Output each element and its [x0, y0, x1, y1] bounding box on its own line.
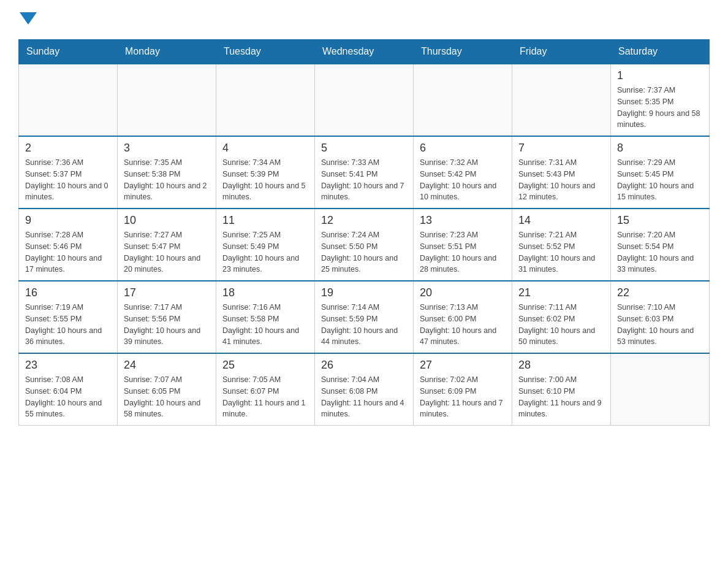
day-number: 7	[518, 142, 604, 155]
calendar-week-5: 23Sunrise: 7:08 AM Sunset: 6:04 PM Dayli…	[19, 353, 710, 426]
calendar-cell	[19, 64, 118, 136]
calendar-cell: 15Sunrise: 7:20 AM Sunset: 5:54 PM Dayli…	[611, 209, 710, 281]
calendar-cell: 27Sunrise: 7:02 AM Sunset: 6:09 PM Dayli…	[414, 353, 512, 426]
calendar-week-1: 1Sunrise: 7:37 AM Sunset: 5:35 PM Daylig…	[19, 64, 710, 136]
calendar-cell: 24Sunrise: 7:07 AM Sunset: 6:05 PM Dayli…	[118, 353, 216, 426]
day-info: Sunrise: 7:31 AM Sunset: 5:43 PM Dayligh…	[518, 157, 604, 203]
calendar-table: SundayMondayTuesdayWednesdayThursdayFrid…	[18, 39, 710, 426]
calendar-cell: 20Sunrise: 7:13 AM Sunset: 6:00 PM Dayli…	[414, 281, 512, 353]
calendar-cell	[315, 64, 414, 136]
day-info: Sunrise: 7:20 AM Sunset: 5:54 PM Dayligh…	[617, 229, 703, 275]
day-info: Sunrise: 7:00 AM Sunset: 6:10 PM Dayligh…	[518, 374, 604, 420]
calendar-cell: 17Sunrise: 7:17 AM Sunset: 5:56 PM Dayli…	[118, 281, 216, 353]
calendar-cell	[611, 353, 710, 426]
weekday-header-monday: Monday	[118, 40, 216, 64]
day-number: 8	[617, 142, 703, 155]
calendar-cell: 14Sunrise: 7:21 AM Sunset: 5:52 PM Dayli…	[512, 209, 611, 281]
calendar-cell: 5Sunrise: 7:33 AM Sunset: 5:41 PM Daylig…	[315, 136, 414, 209]
calendar-cell: 6Sunrise: 7:32 AM Sunset: 5:42 PM Daylig…	[414, 136, 512, 209]
day-number: 10	[124, 214, 210, 227]
calendar-cell: 1Sunrise: 7:37 AM Sunset: 5:35 PM Daylig…	[611, 64, 710, 136]
day-info: Sunrise: 7:21 AM Sunset: 5:52 PM Dayligh…	[518, 229, 604, 275]
weekday-header-wednesday: Wednesday	[315, 40, 414, 64]
calendar-cell: 9Sunrise: 7:28 AM Sunset: 5:46 PM Daylig…	[19, 209, 118, 281]
calendar-cell: 26Sunrise: 7:04 AM Sunset: 6:08 PM Dayli…	[315, 353, 414, 426]
day-info: Sunrise: 7:32 AM Sunset: 5:42 PM Dayligh…	[420, 157, 506, 203]
day-number: 2	[25, 142, 111, 155]
weekday-header-sunday: Sunday	[19, 40, 118, 64]
calendar-cell: 16Sunrise: 7:19 AM Sunset: 5:55 PM Dayli…	[19, 281, 118, 353]
day-number: 5	[321, 142, 407, 155]
day-number: 24	[124, 359, 210, 372]
calendar-cell: 13Sunrise: 7:23 AM Sunset: 5:51 PM Dayli…	[414, 209, 512, 281]
day-number: 18	[222, 286, 308, 299]
day-number: 19	[321, 286, 407, 299]
day-info: Sunrise: 7:11 AM Sunset: 6:02 PM Dayligh…	[518, 302, 604, 348]
day-number: 21	[518, 286, 604, 299]
day-number: 11	[222, 214, 308, 227]
day-info: Sunrise: 7:23 AM Sunset: 5:51 PM Dayligh…	[420, 229, 506, 275]
day-number: 26	[321, 359, 407, 372]
day-number: 6	[420, 142, 506, 155]
day-number: 13	[420, 214, 506, 227]
calendar-cell: 11Sunrise: 7:25 AM Sunset: 5:49 PM Dayli…	[216, 209, 315, 281]
calendar-cell: 21Sunrise: 7:11 AM Sunset: 6:02 PM Dayli…	[512, 281, 611, 353]
calendar-cell: 3Sunrise: 7:35 AM Sunset: 5:38 PM Daylig…	[118, 136, 216, 209]
calendar-header: SundayMondayTuesdayWednesdayThursdayFrid…	[19, 40, 710, 64]
day-number: 15	[617, 214, 703, 227]
calendar-cell: 4Sunrise: 7:34 AM Sunset: 5:39 PM Daylig…	[216, 136, 315, 209]
weekday-header-tuesday: Tuesday	[216, 40, 315, 64]
calendar-cell: 12Sunrise: 7:24 AM Sunset: 5:50 PM Dayli…	[315, 209, 414, 281]
day-info: Sunrise: 7:37 AM Sunset: 5:35 PM Dayligh…	[617, 85, 703, 131]
calendar-cell: 2Sunrise: 7:36 AM Sunset: 5:37 PM Daylig…	[19, 136, 118, 209]
day-info: Sunrise: 7:34 AM Sunset: 5:39 PM Dayligh…	[222, 157, 308, 203]
day-number: 1	[617, 69, 703, 82]
day-number: 20	[420, 286, 506, 299]
day-info: Sunrise: 7:17 AM Sunset: 5:56 PM Dayligh…	[124, 302, 210, 348]
calendar-cell: 18Sunrise: 7:16 AM Sunset: 5:58 PM Dayli…	[216, 281, 315, 353]
day-number: 16	[25, 286, 111, 299]
calendar-cell: 7Sunrise: 7:31 AM Sunset: 5:43 PM Daylig…	[512, 136, 611, 209]
day-info: Sunrise: 7:02 AM Sunset: 6:09 PM Dayligh…	[420, 374, 506, 420]
day-number: 22	[617, 286, 703, 299]
day-info: Sunrise: 7:07 AM Sunset: 6:05 PM Dayligh…	[124, 374, 210, 420]
day-number: 28	[518, 359, 604, 372]
day-info: Sunrise: 7:27 AM Sunset: 5:47 PM Dayligh…	[124, 229, 210, 275]
day-number: 14	[518, 214, 604, 227]
calendar-cell	[118, 64, 216, 136]
calendar-week-4: 16Sunrise: 7:19 AM Sunset: 5:55 PM Dayli…	[19, 281, 710, 353]
day-info: Sunrise: 7:28 AM Sunset: 5:46 PM Dayligh…	[25, 229, 111, 275]
day-info: Sunrise: 7:16 AM Sunset: 5:58 PM Dayligh…	[222, 302, 308, 348]
calendar-cell: 10Sunrise: 7:27 AM Sunset: 5:47 PM Dayli…	[118, 209, 216, 281]
calendar-cell: 28Sunrise: 7:00 AM Sunset: 6:10 PM Dayli…	[512, 353, 611, 426]
day-info: Sunrise: 7:19 AM Sunset: 5:55 PM Dayligh…	[25, 302, 111, 348]
page-header	[18, 12, 710, 27]
weekday-header-row: SundayMondayTuesdayWednesdayThursdayFrid…	[19, 40, 710, 64]
day-number: 4	[222, 142, 308, 155]
calendar-cell: 22Sunrise: 7:10 AM Sunset: 6:03 PM Dayli…	[611, 281, 710, 353]
day-number: 25	[222, 359, 308, 372]
calendar-cell: 25Sunrise: 7:05 AM Sunset: 6:07 PM Dayli…	[216, 353, 315, 426]
calendar-cell	[414, 64, 512, 136]
calendar-cell	[216, 64, 315, 136]
day-info: Sunrise: 7:13 AM Sunset: 6:00 PM Dayligh…	[420, 302, 506, 348]
day-info: Sunrise: 7:24 AM Sunset: 5:50 PM Dayligh…	[321, 229, 407, 275]
logo-triangle-icon	[20, 12, 37, 25]
day-info: Sunrise: 7:08 AM Sunset: 6:04 PM Dayligh…	[25, 374, 111, 420]
weekday-header-thursday: Thursday	[414, 40, 512, 64]
day-info: Sunrise: 7:04 AM Sunset: 6:08 PM Dayligh…	[321, 374, 407, 420]
day-number: 27	[420, 359, 506, 372]
day-number: 12	[321, 214, 407, 227]
calendar-body: 1Sunrise: 7:37 AM Sunset: 5:35 PM Daylig…	[19, 64, 710, 426]
calendar-week-2: 2Sunrise: 7:36 AM Sunset: 5:37 PM Daylig…	[19, 136, 710, 209]
day-info: Sunrise: 7:05 AM Sunset: 6:07 PM Dayligh…	[222, 374, 308, 420]
day-info: Sunrise: 7:29 AM Sunset: 5:45 PM Dayligh…	[617, 157, 703, 203]
calendar-week-3: 9Sunrise: 7:28 AM Sunset: 5:46 PM Daylig…	[19, 209, 710, 281]
day-number: 23	[25, 359, 111, 372]
day-info: Sunrise: 7:25 AM Sunset: 5:49 PM Dayligh…	[222, 229, 308, 275]
weekday-header-friday: Friday	[512, 40, 611, 64]
day-info: Sunrise: 7:33 AM Sunset: 5:41 PM Dayligh…	[321, 157, 407, 203]
calendar-cell	[512, 64, 611, 136]
day-info: Sunrise: 7:10 AM Sunset: 6:03 PM Dayligh…	[617, 302, 703, 348]
day-number: 9	[25, 214, 111, 227]
